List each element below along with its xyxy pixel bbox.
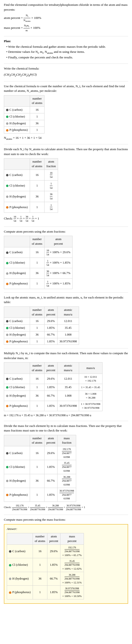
table-row: H (hydrogen) 36 3654 × 100% = 66.7% (4, 268, 73, 278)
mu-carbon-mass: 16 × 12.011= 192.176 (79, 374, 102, 384)
frac-phosphorus-val: 154 (44, 202, 58, 212)
lu-carbon: C (carbon) (4, 318, 30, 325)
mu-hydrogen-percent: 66.7% (44, 390, 58, 401)
mf-carbon-percent: 29.6% (44, 446, 58, 460)
lu-header-element (4, 306, 30, 318)
table-row: H (hydrogen) 36 3654 (4, 191, 58, 202)
mass-percent-label: Compute mass percents using the mass fra… (4, 517, 128, 522)
table-row: C (carbon) 16 29.6% 192.176294.887761998 (4, 446, 76, 460)
dot-hydrogen (6, 122, 8, 125)
answer-section: Compute mass percents using the mass fra… (4, 517, 128, 604)
ans-chlorine: Cl (chlorine) (7, 558, 33, 572)
lu-header-percent: atompercent (44, 306, 58, 318)
table-row: P (phosphorus) 1 154 × 100% = 1.85% (4, 278, 73, 289)
dot-hydrogen-ans (9, 578, 11, 580)
lu-chlorine-atoms: 1 (30, 325, 44, 332)
natoms-equation: Natoms = 16 + 1 + 36 + 1 = 54 (4, 136, 128, 141)
ap-phosphorus: P (phosphorus) (4, 278, 30, 289)
ans-header-atom-percent: atompercent (47, 533, 60, 545)
table-row: H (hydrogen) 36 66.7% 36.288294.88776199… (4, 474, 76, 488)
mu-header-element (4, 362, 30, 374)
table-row: C (carbon) 16 29.6% 12.011 (4, 318, 79, 325)
ap-header-element (4, 236, 30, 248)
count-label: Use the chemical formula to count the nu… (4, 84, 128, 93)
dot-chlorine-mf (6, 466, 8, 468)
count-header-atoms: numberof atoms (30, 95, 44, 106)
ap-carbon: C (carbon) (4, 247, 30, 258)
mass-frac-label: Divide the mass for each element by m to… (4, 424, 128, 433)
table-row: H (hydrogen) 36 66.7% 36.288294.88776199… (7, 572, 84, 586)
count-header-element (4, 95, 30, 106)
ap-header-percent: atompercent (44, 236, 73, 248)
lu-chlorine: Cl (chlorine) (4, 325, 30, 332)
dot-chlorine-ans (9, 564, 11, 566)
mf-hydrogen-percent: 66.7% (44, 474, 58, 488)
lu-chlorine-mass: 35.45 (57, 325, 79, 332)
mf-phosphorus-fraction: 30.973761998294.887761998 (57, 488, 76, 502)
dot-phosphorus-frac (6, 206, 8, 208)
ans-phosphorus: P (phosphorus) (7, 586, 33, 600)
plan-bullet-2: • Determine values for Ni, mi, Natoms an… (6, 50, 128, 55)
write-formula-label: Write the chemical formula: (4, 66, 128, 71)
mu-hydrogen-atomic: 1.008 (57, 390, 79, 401)
element-hydrogen: H (hydrogen) (4, 120, 30, 127)
ap-header-atoms: numberof atoms (30, 236, 44, 248)
chemical-formula: (CH3CH2CH2CH2)4P(Cl) (4, 72, 128, 78)
lookup-table: numberof atoms atompercent atomicmass/u … (4, 306, 79, 345)
dot-hydrogen-lu (6, 334, 8, 336)
carbon-count: 16 (30, 106, 44, 114)
frac-header-fraction: atomfraction (44, 158, 58, 170)
mu-carbon-atomic: 12.011 (57, 374, 79, 384)
dot-chlorine (6, 116, 8, 118)
mf-hydrogen-atoms: 36 (30, 474, 44, 488)
page-container: Find the elemental composition for tetra… (4, 2, 128, 604)
mu-header-mass: mass/u (79, 362, 102, 374)
dot-chlorine-frac (6, 184, 8, 187)
mol-mass-equation: m = 192.176 u + 35.45 u + 36.288 u + 30.… (4, 413, 128, 418)
table-row: Cl (chlorine) 1 1.85% 35.45294.887761998 (4, 460, 76, 474)
dot-carbon-mu (6, 378, 8, 380)
element-phosphorus: P (phosphorus) (4, 127, 30, 134)
table-row: P (phosphorus) 1 154 (4, 202, 58, 212)
divide-label: Divide each N_i by N_atoms to calculate … (4, 147, 128, 156)
dot-hydrogen-ap (6, 272, 8, 275)
ans-carbon-atom-percent: 29.6% (47, 544, 60, 558)
answer-label: Answer: (7, 526, 125, 531)
mf-carbon-fraction: 192.176294.887761998 (57, 446, 76, 460)
ap-hydrogen: H (hydrogen) (4, 268, 30, 278)
phosphorus-count: 1 (30, 127, 44, 134)
lu-hydrogen-percent: 66.7% (44, 331, 58, 338)
fraction-section: Divide each N_i by N_atoms to calculate … (4, 147, 128, 223)
frac-chlorine-val: 154 (44, 180, 58, 191)
ap-carbon-percent: 1654 × 100% = 29.6% (44, 247, 73, 258)
dot-carbon-frac (6, 174, 8, 176)
mu-carbon: C (carbon) (4, 374, 30, 384)
ans-chlorine-atoms: 1 (33, 558, 47, 572)
table-row: P (phosphorus) 1 1.85% 30.973761998 (4, 338, 79, 345)
mu-hydrogen-atoms: 36 (30, 390, 44, 401)
ans-hydrogen-atom-percent: 66.7% (47, 572, 60, 586)
mf-header-atoms: numberof atoms (30, 435, 44, 446)
mf-chlorine: Cl (chlorine) (4, 460, 30, 474)
element-carbon: C (carbon) (4, 106, 30, 114)
table-row: C (carbon) 16 (4, 106, 44, 114)
element-chlorine: Cl (chlorine) (4, 113, 30, 120)
mass-percent-formula: mass percent = Nimim × 100% (4, 24, 128, 33)
mu-phosphorus: P (phosphorus) (4, 401, 30, 411)
dot-phosphorus-lu (6, 340, 8, 343)
table-row: P (phosphorus) 1 1.85% 30.973761998294.8… (7, 586, 84, 600)
dot-hydrogen-mu (6, 395, 8, 397)
frac-hydrogen-atoms: 36 (30, 191, 44, 202)
mu-chlorine-atomic: 35.45 (57, 384, 79, 390)
mf-hydrogen: H (hydrogen) (4, 474, 30, 488)
frac-phosphorus-atoms: 1 (30, 202, 44, 212)
lu-carbon-atoms: 16 (30, 318, 44, 325)
dot-hydrogen-frac (6, 196, 8, 198)
count-table: numberof atoms C (carbon) 16 Cl (chlorin… (4, 95, 44, 134)
ans-header-element (7, 533, 33, 545)
lu-chlorine-percent: 1.85% (44, 325, 58, 332)
dot-carbon (6, 109, 8, 111)
count-section: Use the chemical formula to count the nu… (4, 84, 128, 141)
dot-phosphorus-mu (6, 405, 8, 407)
lu-phosphorus-atoms: 1 (30, 338, 44, 345)
